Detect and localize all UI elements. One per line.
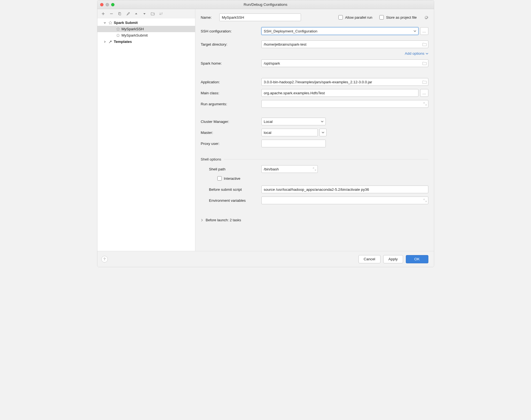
allow-parallel-label: Allow parallel run xyxy=(345,15,372,20)
interactive-checkbox[interactable]: Interactive xyxy=(217,176,240,181)
application-input[interactable] xyxy=(261,78,428,86)
name-input[interactable] xyxy=(219,13,301,21)
gear-icon[interactable] xyxy=(424,15,428,20)
tree-templates-label: Templates xyxy=(114,40,132,44)
zoom-window-button[interactable] xyxy=(111,3,114,6)
copy-configuration-button[interactable] xyxy=(117,11,122,16)
ssh-config-label: SSH configuration: xyxy=(201,29,259,33)
titlebar: Run/Debug Configurations xyxy=(97,0,434,9)
master-input[interactable] xyxy=(261,129,318,136)
application-label: Application: xyxy=(201,80,259,84)
proxy-user-input[interactable] xyxy=(261,140,326,147)
shell-path-label: Shell path xyxy=(209,167,259,171)
chevron-right-icon xyxy=(103,40,106,43)
tree-group-label: Spark Submit xyxy=(114,21,138,25)
tree-item-mysparksubmit[interactable]: MySparkSubmit xyxy=(97,32,195,38)
shell-path-input[interactable] xyxy=(261,165,318,173)
tree-item-mysparkssh[interactable]: MySparkSSH xyxy=(97,26,195,32)
before-launch-label: Before launch: 2 tasks xyxy=(206,218,241,222)
target-dir-input[interactable] xyxy=(261,40,428,48)
configuration-panel: Name: Allow parallel run Store as projec… xyxy=(195,9,434,251)
dialog-footer: ? Cancel Apply OK xyxy=(97,251,434,267)
ok-button[interactable]: OK xyxy=(406,255,428,263)
master-label: Master: xyxy=(201,131,259,135)
tree-item-label: MySparkSSH xyxy=(122,27,144,31)
spark-home-label: Spark home: xyxy=(201,61,259,65)
help-button[interactable]: ? xyxy=(101,256,108,262)
main-class-label: Main class: xyxy=(201,91,259,95)
window-title: Run/Debug Configurations xyxy=(97,2,434,7)
cluster-manager-select[interactable]: Local xyxy=(261,118,326,125)
shell-options-label: Shell options xyxy=(201,157,221,161)
divider xyxy=(224,159,428,159)
remove-configuration-button[interactable] xyxy=(109,11,114,16)
shell-options-header: Shell options xyxy=(201,157,428,161)
cluster-manager-label: Cluster Manager: xyxy=(201,120,259,124)
chevron-right-icon xyxy=(201,219,203,222)
env-vars-input[interactable] xyxy=(261,197,428,204)
proxy-user-label: Proxy user: xyxy=(201,142,259,146)
interactive-label: Interactive xyxy=(224,176,240,181)
run-debug-dialog: Run/Debug Configurations Spark Submit xyxy=(97,0,434,267)
tree-group-spark-submit[interactable]: Spark Submit xyxy=(97,20,195,26)
configurations-tree: Spark Submit MySparkSSH MySparkSubmit Te… xyxy=(97,18,195,251)
ssh-config-select[interactable]: SSH_Deployment_Configuration xyxy=(261,27,418,35)
add-options-label: Add options xyxy=(405,51,424,56)
store-project-file-label: Store as project file xyxy=(386,15,417,20)
main-class-input[interactable] xyxy=(261,89,418,97)
star-icon xyxy=(116,34,120,37)
minimize-window-button[interactable] xyxy=(106,3,109,6)
env-vars-label: Environment variables xyxy=(209,198,259,203)
master-dropdown-button[interactable] xyxy=(319,129,327,136)
interactive-input[interactable] xyxy=(217,176,222,181)
sort-button[interactable] xyxy=(158,11,163,16)
wrench-icon xyxy=(108,40,112,44)
add-options-link[interactable]: Add options xyxy=(405,51,428,56)
before-launch-section[interactable]: Before launch: 2 tasks xyxy=(201,216,428,224)
target-dir-label: Target directory: xyxy=(201,42,259,46)
before-submit-input[interactable] xyxy=(261,186,428,193)
add-configuration-button[interactable] xyxy=(101,11,106,16)
close-window-button[interactable] xyxy=(100,3,103,6)
spark-home-input[interactable] xyxy=(261,59,428,67)
run-args-input[interactable] xyxy=(261,100,428,108)
window-controls xyxy=(100,3,114,6)
store-project-file-input[interactable] xyxy=(379,15,384,20)
svg-rect-1 xyxy=(119,13,121,15)
allow-parallel-input[interactable] xyxy=(338,15,343,20)
star-icon xyxy=(108,21,112,25)
main-class-browse-button[interactable]: … xyxy=(420,89,428,97)
edit-templates-button[interactable] xyxy=(125,11,130,16)
move-down-button[interactable] xyxy=(142,11,147,16)
star-icon xyxy=(116,27,120,31)
store-project-file-checkbox[interactable]: Store as project file xyxy=(379,15,417,20)
tree-templates[interactable]: Templates xyxy=(97,38,195,45)
folder-button[interactable] xyxy=(150,11,155,16)
name-label: Name: xyxy=(201,15,212,20)
apply-button[interactable]: Apply xyxy=(383,255,403,263)
allow-parallel-checkbox[interactable]: Allow parallel run xyxy=(338,15,372,20)
configurations-sidebar: Spark Submit MySparkSSH MySparkSubmit Te… xyxy=(97,9,195,251)
before-submit-label: Before submit script xyxy=(209,187,259,192)
move-up-button[interactable] xyxy=(134,11,139,16)
cancel-button[interactable]: Cancel xyxy=(358,255,381,263)
run-args-label: Run arguments: xyxy=(201,102,259,106)
chevron-down-icon xyxy=(103,21,106,24)
tree-item-label: MySparkSubmit xyxy=(122,33,148,37)
sidebar-toolbar xyxy=(97,9,195,18)
ssh-config-browse-button[interactable]: … xyxy=(420,27,428,35)
